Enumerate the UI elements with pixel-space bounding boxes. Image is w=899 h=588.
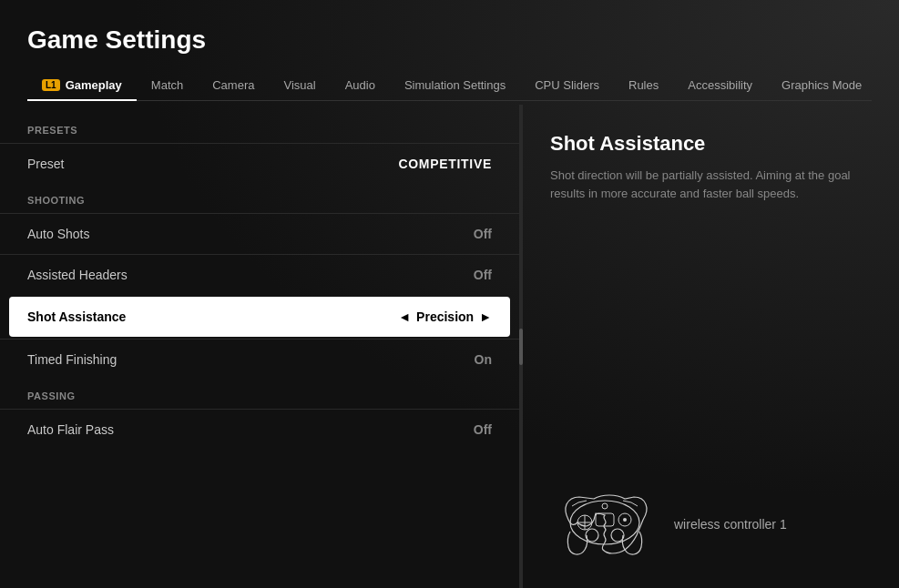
tab-camera[interactable]: Camera bbox=[198, 71, 269, 101]
controller-icon bbox=[550, 488, 659, 561]
panel-divider bbox=[519, 105, 523, 588]
tab-cpu-sliders[interactable]: CPU Sliders bbox=[520, 71, 614, 101]
setting-row-timed-finishing[interactable]: Timed FinishingOn bbox=[0, 339, 519, 380]
setting-label-shot-assistance: Shot Assistance bbox=[27, 309, 126, 324]
tab-label: Match bbox=[151, 78, 183, 92]
svg-point-7 bbox=[586, 529, 598, 542]
tab-visual[interactable]: Visual bbox=[269, 71, 330, 101]
tab-simulation[interactable]: Simulation Settings bbox=[390, 71, 520, 101]
tab-label: Visual bbox=[283, 78, 315, 92]
controller-label: wireless controller 1 bbox=[674, 517, 787, 532]
setting-label-auto-flair-pass: Auto Flair Pass bbox=[27, 422, 114, 437]
navigation-tabs: L1GameplayMatchCameraVisualAudioSimulati… bbox=[27, 71, 872, 101]
setting-label-assisted-headers: Assisted Headers bbox=[27, 268, 128, 282]
tab-rules[interactable]: Rules bbox=[614, 71, 673, 101]
setting-value-timed-finishing: On bbox=[475, 352, 492, 367]
main-area: PRESETSPresetCOMPETITIVESHOOTINGAuto Sho… bbox=[0, 105, 899, 588]
tab-label: Camera bbox=[212, 78, 254, 92]
gamepad-badge: L1 bbox=[42, 79, 60, 91]
tab-audio[interactable]: Audio bbox=[331, 71, 390, 101]
settings-panel: PRESETSPresetCOMPETITIVESHOOTINGAuto Sho… bbox=[0, 105, 519, 588]
detail-description: Shot direction will be partially assiste… bbox=[550, 167, 869, 202]
setting-row-shot-assistance[interactable]: Shot Assistance◄ Precision ► bbox=[9, 297, 510, 337]
tab-accessibility[interactable]: Accessibility bbox=[673, 71, 767, 101]
setting-label-auto-shots: Auto Shots bbox=[27, 227, 90, 241]
section-header-shooting: SHOOTING bbox=[0, 184, 519, 213]
tab-label: Accessibility bbox=[688, 78, 752, 92]
tab-label: Gameplay bbox=[66, 78, 122, 92]
page-title: Game Settings bbox=[27, 25, 872, 55]
detail-panel: Shot Assistance Shot direction will be p… bbox=[523, 105, 899, 588]
setting-value-auto-shots: Off bbox=[474, 227, 492, 241]
detail-title: Shot Assistance bbox=[550, 132, 872, 156]
setting-value-assisted-headers: Off bbox=[474, 268, 492, 282]
setting-value-preset: COMPETITIVE bbox=[398, 157, 492, 171]
section-header-passing: PASSING bbox=[0, 380, 519, 409]
setting-value-shot-assistance: ◄ Precision ► bbox=[398, 309, 492, 324]
setting-row-assisted-headers[interactable]: Assisted HeadersOff bbox=[0, 254, 519, 295]
tab-label: Rules bbox=[628, 78, 659, 92]
tab-gameplay[interactable]: L1Gameplay bbox=[27, 71, 137, 101]
setting-label-preset: Preset bbox=[27, 157, 64, 171]
arrow-right-icon: ► bbox=[479, 309, 492, 324]
setting-label-timed-finishing: Timed Finishing bbox=[27, 352, 117, 367]
setting-value-auto-flair-pass: Off bbox=[474, 422, 492, 437]
setting-row-preset[interactable]: PresetCOMPETITIVE bbox=[0, 143, 519, 184]
tab-label: CPU Sliders bbox=[535, 78, 599, 92]
setting-row-auto-shots[interactable]: Auto ShotsOff bbox=[0, 213, 519, 254]
svg-point-5 bbox=[623, 518, 627, 522]
arrow-left-icon: ◄ bbox=[398, 309, 411, 324]
tab-label: Audio bbox=[345, 78, 375, 92]
setting-row-auto-flair-pass[interactable]: Auto Flair PassOff bbox=[0, 409, 519, 450]
tab-match[interactable]: Match bbox=[137, 71, 198, 101]
section-header-presets: PRESETS bbox=[0, 114, 519, 143]
header: Game Settings L1GameplayMatchCameraVisua… bbox=[0, 0, 899, 101]
svg-point-9 bbox=[602, 503, 608, 509]
tab-label: Graphics Mode bbox=[782, 78, 862, 92]
svg-point-8 bbox=[611, 529, 624, 542]
controller-area: wireless controller 1 bbox=[550, 451, 872, 561]
tab-graphics[interactable]: Graphics Mode bbox=[767, 71, 876, 101]
tab-label: Simulation Settings bbox=[404, 78, 506, 92]
